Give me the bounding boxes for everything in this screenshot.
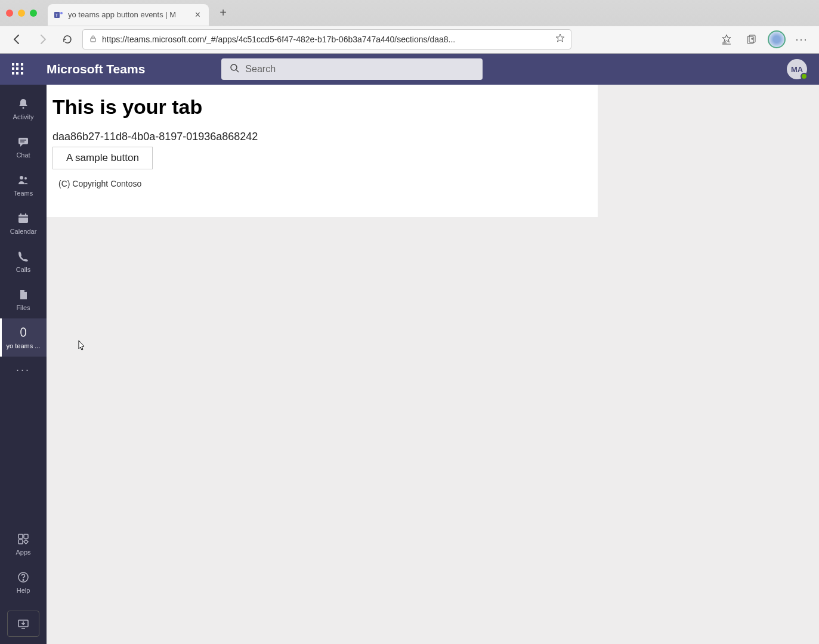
browser-tab-title: yo teams app button events | M — [68, 10, 188, 19]
svg-text:T: T — [55, 13, 58, 18]
svg-point-10 — [231, 64, 237, 70]
app-body: Activity Chat Teams Calendar Calls — [0, 85, 819, 644]
sidebar-item-label: yo teams ... — [7, 342, 41, 349]
maximize-window-button[interactable] — [30, 10, 37, 17]
search-icon — [230, 63, 239, 75]
sidebar-bottom: Apps Help — [0, 525, 47, 637]
sidebar-item-label: Help — [17, 587, 30, 594]
teams-header: Microsoft Teams Search MA — [0, 54, 819, 85]
bell-icon — [17, 97, 30, 111]
collections-icon[interactable] — [741, 29, 762, 49]
copyright-text: (C) Copyright Contoso — [58, 179, 592, 188]
download-desktop-button[interactable] — [7, 611, 39, 637]
svg-rect-3 — [91, 38, 95, 42]
avatar-initials: MA — [791, 65, 803, 74]
favorite-icon[interactable] — [555, 33, 565, 45]
tab-panel: This is your tab daa86b27-11d8-4b0a-8197… — [47, 85, 598, 217]
sidebar-item-label: Chat — [16, 151, 30, 159]
svg-rect-23 — [24, 534, 28, 538]
sample-button[interactable]: A sample button — [52, 147, 153, 169]
close-window-button[interactable] — [6, 10, 13, 17]
sidebar-item-label: Teams — [14, 190, 33, 197]
teams-logo: Microsoft Teams — [47, 62, 145, 76]
sidebar-item-label: Calls — [16, 266, 30, 273]
sidebar-item-teams[interactable]: Teams — [0, 166, 47, 204]
svg-rect-20 — [20, 213, 21, 216]
apps-icon — [17, 532, 30, 546]
svg-point-16 — [20, 176, 23, 179]
svg-rect-21 — [25, 213, 26, 216]
content-area: This is your tab daa86b27-11d8-4b0a-8197… — [47, 85, 819, 644]
svg-point-17 — [24, 177, 27, 179]
sidebar-item-label: Calendar — [10, 228, 37, 235]
browser-more-button[interactable]: ··· — [792, 29, 812, 49]
url-text: https://teams.microsoft.com/_#/apps/4c51… — [102, 35, 551, 44]
sidebar: Activity Chat Teams Calendar Calls — [0, 85, 47, 644]
sidebar-item-label: Apps — [16, 549, 30, 556]
svg-rect-22 — [18, 534, 23, 538]
sidebar-more-button[interactable]: ··· — [0, 357, 47, 383]
reload-button[interactable] — [57, 29, 78, 49]
user-avatar[interactable]: MA — [787, 59, 807, 79]
cursor-icon — [76, 339, 87, 354]
teams-icon — [17, 173, 30, 187]
browser-tab[interactable]: T yo teams app button events | M × — [48, 4, 209, 26]
app-launcher-icon[interactable] — [12, 63, 24, 75]
app-icon — [17, 326, 30, 340]
svg-point-12 — [23, 107, 24, 109]
sidebar-item-activity[interactable]: Activity — [0, 89, 47, 128]
browser-chrome: T yo teams app button events | M × + htt… — [0, 0, 819, 54]
calendar-icon — [17, 211, 30, 225]
forward-button[interactable] — [32, 29, 52, 49]
svg-line-11 — [236, 70, 239, 72]
svg-rect-18 — [18, 215, 28, 223]
teams-favicon-icon: T — [54, 10, 63, 20]
sidebar-item-label: Activity — [13, 113, 34, 120]
search-input[interactable]: Search — [221, 58, 483, 80]
favorites-list-icon[interactable] — [716, 29, 737, 49]
phone-icon — [17, 249, 30, 264]
help-icon — [17, 570, 30, 584]
svg-rect-24 — [18, 540, 23, 544]
presence-indicator — [801, 73, 808, 80]
svg-point-26 — [23, 580, 24, 581]
svg-point-2 — [60, 12, 63, 14]
browser-tab-bar: T yo teams app button events | M × + — [0, 0, 819, 26]
minimize-window-button[interactable] — [18, 10, 25, 17]
profile-avatar-icon — [768, 30, 786, 48]
browser-toolbar-right: ··· — [716, 29, 812, 49]
sidebar-item-files[interactable]: Files — [0, 280, 47, 318]
chat-icon — [17, 135, 30, 149]
sidebar-item-calls[interactable]: Calls — [0, 242, 47, 280]
sidebar-item-yo-teams-app[interactable]: yo teams ... — [0, 318, 47, 357]
close-tab-button[interactable]: × — [193, 10, 203, 20]
address-bar[interactable]: https://teams.microsoft.com/_#/apps/4c51… — [82, 29, 571, 49]
sidebar-item-help[interactable]: Help — [0, 563, 47, 601]
sidebar-item-chat[interactable]: Chat — [0, 128, 47, 166]
profile-button[interactable] — [767, 29, 787, 49]
back-button[interactable] — [7, 29, 27, 49]
sidebar-item-apps[interactable]: Apps — [0, 525, 47, 563]
search-placeholder: Search — [245, 64, 276, 75]
guid-text: daa86b27-11d8-4b0a-8197-01936a868242 — [52, 131, 592, 143]
page-title: This is your tab — [52, 95, 592, 119]
new-tab-button[interactable]: + — [215, 5, 231, 21]
svg-rect-13 — [18, 138, 28, 144]
sidebar-item-calendar[interactable]: Calendar — [0, 204, 47, 242]
browser-nav-bar: https://teams.microsoft.com/_#/apps/4c51… — [0, 26, 819, 53]
window-controls — [6, 10, 37, 17]
lock-icon — [89, 35, 97, 45]
sidebar-item-label: Files — [16, 304, 30, 311]
file-icon — [17, 287, 30, 302]
